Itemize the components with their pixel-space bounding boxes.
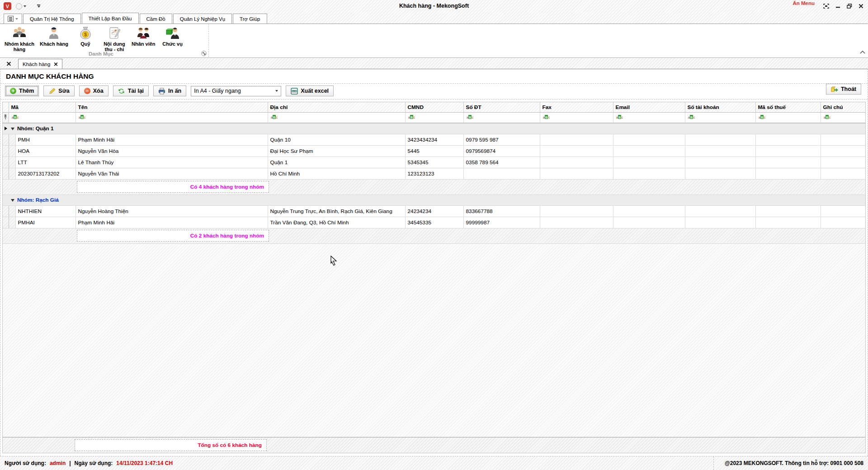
- column-header-so-dt[interactable]: Số ĐT: [463, 102, 540, 112]
- add-button[interactable]: + Thêm: [5, 85, 39, 96]
- exit-button[interactable]: Thoát: [826, 84, 861, 95]
- svg-text:B: B: [545, 115, 547, 119]
- text-filter-icon: aBc: [270, 114, 278, 119]
- svg-text:c: c: [764, 116, 765, 119]
- text-filter-icon: aBc: [616, 114, 623, 119]
- table-row[interactable]: 20230713173202Nguyễn Văn Thái Hồ Chí Min…: [3, 168, 866, 179]
- svg-text:$: $: [84, 32, 87, 37]
- column-header-email[interactable]: Email: [613, 102, 685, 112]
- filter-cell-so-tai-khoan[interactable]: aBc: [685, 112, 755, 123]
- export-excel-button[interactable]: XLSX Xuất excel: [286, 85, 334, 96]
- collapse-group-icon[interactable]: [11, 128, 14, 130]
- svg-text:B: B: [760, 115, 763, 119]
- filter-cell-so-dt[interactable]: aBc: [463, 112, 540, 123]
- svg-text:c: c: [621, 116, 623, 119]
- column-header-dia-chi[interactable]: Địa chỉ: [268, 102, 405, 112]
- user-label: Người sử dụng:: [5, 460, 46, 466]
- ribbon-group-caption: Danh Mục: [0, 51, 202, 57]
- print-format-select[interactable]: In A4 - Giấy ngang: [191, 86, 281, 96]
- svg-text:c: c: [829, 116, 830, 119]
- dialog-launcher-icon[interactable]: [201, 51, 207, 56]
- ribbon-item-label: Nhóm khách hàng: [5, 41, 34, 52]
- svg-text:B: B: [80, 115, 83, 119]
- filter-cell-ma[interactable]: aBc: [9, 112, 75, 123]
- ribbon-item-nhom-khach-hang[interactable]: Nhóm khách hàng: [2, 25, 37, 52]
- close-button[interactable]: [859, 4, 863, 9]
- ribbon-item-khach-hang[interactable]: Khách hàng: [37, 25, 71, 47]
- ribbon-item-noi-dung-thu-chi[interactable]: Nội dung thu - chi: [100, 25, 129, 52]
- text-filter-icon: aBc: [758, 114, 765, 119]
- toolbar: + Thêm Sửa − Xóa Tải lại In ấn In A4 -: [0, 84, 868, 100]
- table-row[interactable]: LTTLê Thanh Thúy Quận 15345345 0358 789 …: [3, 157, 866, 168]
- fullscreen-button[interactable]: [823, 4, 829, 9]
- tab-cam-do[interactable]: Cầm Đồ: [140, 14, 172, 24]
- svg-text:a: a: [271, 116, 273, 119]
- ribbon-item-label: Chức vụ: [162, 41, 183, 47]
- svg-text:B: B: [273, 115, 275, 119]
- filter-cell-ghi-chu[interactable]: aBc: [821, 112, 866, 123]
- ribbon-item-chuc-vu[interactable]: Chức vụ: [158, 25, 187, 47]
- group-row-rach-gia[interactable]: Nhóm: Rạch Giá: [3, 195, 866, 205]
- close-all-tabs-button[interactable]: [3, 59, 14, 68]
- svg-text:B: B: [826, 115, 828, 119]
- filter-cell-ten[interactable]: aBc: [75, 112, 268, 123]
- column-header-ma[interactable]: Mã: [9, 102, 75, 112]
- column-header-ghi-chu[interactable]: Ghi chú: [821, 102, 866, 112]
- table-row[interactable]: PMHPhạm Minh Hải Quận 103423434234 0979 …: [3, 134, 866, 145]
- close-tab-icon[interactable]: [54, 62, 58, 66]
- group-row-quan-1[interactable]: Nhóm: Quận 1: [3, 123, 866, 134]
- table-row[interactable]: NHTHIENNguyễn Hoàng Thiện Nguyễn Trung T…: [3, 205, 866, 217]
- filter-cell-ma-so-thue[interactable]: aBc: [755, 112, 821, 123]
- svg-text:c: c: [17, 116, 19, 119]
- ribbon-item-quy[interactable]: $ Quỹ: [71, 25, 100, 47]
- filter-cell-dia-chi[interactable]: aBc: [268, 112, 405, 123]
- delete-button[interactable]: − Xóa: [79, 85, 108, 96]
- tab-thiet-lap-ban-dau[interactable]: Thiết Lập Ban Đầu: [82, 13, 139, 24]
- svg-text:a: a: [408, 116, 410, 119]
- group-footer-quan-1: Có 4 khách hàng trong nhóm: [3, 179, 866, 195]
- ribbon-item-label: Khách hàng: [40, 41, 68, 47]
- window-list-button[interactable]: [4, 14, 22, 24]
- position-icon: [165, 26, 180, 40]
- ribbon-item-nhan-vien[interactable]: Nhân viên: [129, 25, 158, 47]
- grid-header-row: Mã Tên Địa chỉ CMND Số ĐT Fax Email Số t…: [3, 102, 866, 112]
- window-list-icon: [8, 16, 14, 22]
- tab-quan-ly-nghiep-vu[interactable]: Quản Lý Nghiệp Vụ: [173, 14, 232, 24]
- collapse-ribbon-button[interactable]: [860, 49, 865, 55]
- date-label: Ngày sử dụng:: [75, 460, 113, 466]
- ribbon-item-label: Nhân viên: [132, 41, 156, 47]
- tab-quan-tri-he-thong[interactable]: Quản Trị Hệ Thống: [23, 14, 81, 24]
- column-header-so-tai-khoan[interactable]: Số tài khoản: [685, 102, 755, 112]
- ribbon-item-label: Quỹ: [80, 41, 90, 47]
- print-button[interactable]: In ấn: [153, 85, 186, 96]
- panel-bottom-gap: [0, 453, 868, 456]
- filter-cell-cmnd[interactable]: aBc: [405, 112, 463, 123]
- pencil-icon: [48, 87, 56, 95]
- svg-text:B: B: [14, 115, 16, 119]
- column-header-fax[interactable]: Fax: [540, 102, 613, 112]
- exit-icon: [831, 85, 838, 93]
- hide-menu-button[interactable]: Ẩn Menu: [793, 0, 815, 6]
- doc-tab-khach-hang[interactable]: Khách hàng: [18, 59, 62, 69]
- restore-button[interactable]: [847, 4, 852, 9]
- table-row[interactable]: HOANguyễn Văn Hòa Đại Học Sư Phạm5445 09…: [3, 145, 866, 157]
- plus-icon: +: [10, 88, 16, 94]
- svg-text:B: B: [618, 115, 620, 119]
- collapse-group-icon[interactable]: [11, 199, 14, 202]
- column-header-cmnd[interactable]: CMND: [405, 102, 463, 112]
- filter-cell-fax[interactable]: aBc: [540, 112, 613, 123]
- svg-text:B: B: [468, 115, 471, 119]
- text-filter-icon: aBc: [466, 114, 473, 119]
- table-row[interactable]: PMHAIPhạm Minh Hải Trần Văn Đang, Q3, Hồ…: [3, 217, 866, 228]
- focused-row-indicator: [3, 123, 9, 134]
- reload-button[interactable]: Tải lại: [113, 85, 149, 96]
- printer-icon: [158, 87, 165, 95]
- edit-button[interactable]: Sửa: [43, 85, 74, 96]
- column-header-ma-so-thue[interactable]: Mã số thuế: [755, 102, 821, 112]
- employee-icon: [136, 26, 151, 40]
- svg-text:a: a: [824, 116, 826, 119]
- filter-cell-email[interactable]: aBc: [613, 112, 685, 123]
- tab-tro-giup[interactable]: Trợ Giúp: [233, 14, 267, 24]
- minimize-button[interactable]: [835, 4, 840, 9]
- column-header-ten[interactable]: Tên: [75, 102, 268, 112]
